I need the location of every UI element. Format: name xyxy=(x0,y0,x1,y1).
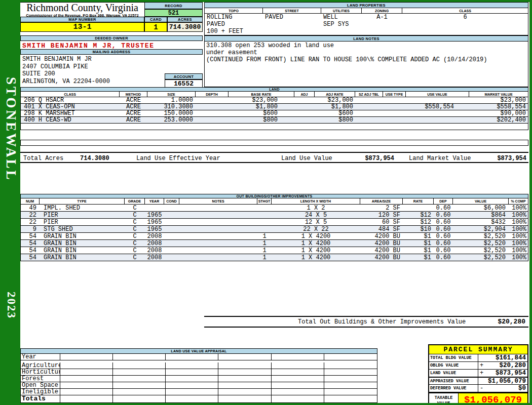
outbuilding-cell xyxy=(179,212,257,218)
land-properties-column-header: ZONING xyxy=(362,8,402,13)
land-note-line: (CONTINUED FROM FRONT) LINE RAN TO HOUSE… xyxy=(206,56,526,63)
outbuilding-cell: 1965 xyxy=(145,226,164,232)
outbuilding-cell: 100% xyxy=(509,205,528,211)
land-table-rows: 206 Q HSACRACRE1.0000$23,000$23,000$23,0… xyxy=(20,97,528,130)
land-cell xyxy=(355,110,383,116)
appraisal-empty-cell xyxy=(324,362,377,369)
outbuilding-cell: 22 xyxy=(21,219,40,225)
parcel-summary-value: $1,056,079 xyxy=(488,378,526,385)
appraisal-row: Ineligible xyxy=(21,389,377,395)
appraisal-empty-cell xyxy=(272,382,324,388)
land-notes-text: 310.308 open 253 wooded in land useunder… xyxy=(205,42,528,64)
outbuilding-cell: $1 xyxy=(403,247,434,254)
outbuilding-cell: C xyxy=(125,240,145,247)
outbuilding-cell: 4200 BU xyxy=(360,254,403,261)
parcel-summary-value-cell: $1,056,079 xyxy=(478,378,527,385)
outbuilding-cell: C xyxy=(125,205,145,211)
parcel-summary-row: LAND VALUE+$873,954 xyxy=(429,370,527,377)
outbuilding-cell: 1 xyxy=(257,247,272,254)
appraisal-empty-cell xyxy=(113,376,166,382)
appraisal-empty-cell xyxy=(218,362,271,369)
appraisal-empty-cell xyxy=(324,376,377,382)
appraisal-empty-cell xyxy=(113,382,166,388)
outbuilding-cell xyxy=(164,233,179,239)
outbuilding-cell: 49 xyxy=(21,205,40,211)
parcel-summary-value-cell: $161,844 xyxy=(478,354,527,361)
outbuilding-cell xyxy=(179,247,257,254)
mailing-address-line: SUITE 200 xyxy=(22,70,164,78)
appraisal-empty-cell xyxy=(60,395,113,402)
land-properties-value-column: WELLSEP SYS xyxy=(321,14,362,35)
land-use-appraisal-title: LAND USE VALUE APPRAISAL xyxy=(21,349,377,354)
outbuilding-cell xyxy=(257,219,272,225)
outbuilding-cell: 54 xyxy=(21,247,40,254)
outbuilding-cell: 0.60 xyxy=(434,205,453,211)
land-cell xyxy=(196,97,229,103)
land-cell xyxy=(383,117,406,123)
parcel-summary-row-label: OBLDG VALUE xyxy=(429,362,478,369)
outbuilding-column-header: YEAR xyxy=(145,198,164,204)
appraisal-empty-cell xyxy=(218,354,271,360)
outbuilding-cell: 0.60 xyxy=(434,212,453,218)
land-row xyxy=(21,124,528,130)
outbuilding-column-header: AREA/SIZE xyxy=(360,198,403,204)
outbuilding-cell: 100% xyxy=(509,254,528,261)
land-cell xyxy=(355,97,383,103)
parcel-summary-row: APPRAISED VALUE$1,056,079 xyxy=(429,377,527,385)
land-properties-value: A-1 xyxy=(362,14,402,21)
land-cell xyxy=(406,97,469,103)
outbuilding-cell: 100% xyxy=(509,233,528,239)
land-cell xyxy=(21,124,120,130)
land-properties-column-header: CLASS xyxy=(402,8,528,13)
land-cell: $800 xyxy=(315,117,355,123)
land-column-header: BASE RATE xyxy=(229,92,294,97)
map-number-value: 13-1 xyxy=(20,22,144,32)
appraisal-empty-cell xyxy=(166,382,218,388)
outbuilding-cell xyxy=(179,226,257,232)
outbuilding-cell xyxy=(179,240,257,247)
outbuilding-cell: 22 xyxy=(21,212,40,218)
land-note-line: 310.308 open 253 wooded in land use xyxy=(206,42,526,49)
outbuilding-cell: PIER xyxy=(40,212,125,218)
land-cell xyxy=(383,124,406,130)
appraisal-empty-cell xyxy=(60,354,113,360)
land-column-header: ADJ xyxy=(294,92,315,97)
land-table-title: LAND xyxy=(20,87,528,92)
outbuilding-cell xyxy=(164,226,179,232)
outbuilding-cell: 100% xyxy=(509,219,528,225)
account-header: ACCOUNT xyxy=(165,73,203,79)
outbuilding-cell: $2,520 xyxy=(453,254,509,261)
land-notes-title: LAND NOTES xyxy=(205,36,528,42)
mailing-address-line: 2407 COLUMBIA PIKE xyxy=(22,63,164,71)
land-cell: $600 xyxy=(315,110,355,116)
appraisal-empty-cell xyxy=(272,389,324,395)
outbuilding-cell: 12 X 5 xyxy=(272,219,360,225)
land-market-value: $873,954 xyxy=(497,155,526,162)
outbuilding-cell: 1965 xyxy=(145,219,164,225)
land-column-header: ADJ RATE xyxy=(315,92,355,97)
appraisal-empty-cell xyxy=(324,389,377,395)
appraisal-empty-cell xyxy=(272,362,324,369)
outbuilding-column-header: LENGTH X WIDTH xyxy=(272,198,360,204)
land-cell: ACRE xyxy=(120,117,147,123)
outbuilding-cell: 0.60 xyxy=(434,247,453,254)
outbuilding-cell: C xyxy=(125,219,145,225)
appraisal-empty-cell xyxy=(324,382,377,388)
outbuilding-cell: 2008 xyxy=(145,254,164,261)
outbuilding-cell: $2,520 xyxy=(453,233,509,239)
land-note-line: under easement xyxy=(206,49,526,56)
record-header: RECORD xyxy=(144,2,203,9)
land-cell xyxy=(406,117,469,123)
land-cell: 206 Q HSACR xyxy=(21,97,120,103)
land-cell: 1.0000 xyxy=(147,97,196,103)
land-cell: $23,000 xyxy=(315,97,355,103)
land-properties-section: LAND PROPERTIES TOPOSTREETUTILITIESZONIN… xyxy=(204,2,528,35)
appraisal-empty-cell xyxy=(272,395,324,402)
land-table-header-row: CLASSMETHODSIZEDEPTHBASE RATEADJADJ RATE… xyxy=(21,92,528,97)
appraisal-empty-cell xyxy=(166,389,218,395)
outbuilding-cell: 24 X 5 xyxy=(272,212,360,218)
appraisal-row: Open Space xyxy=(21,382,377,389)
outbuilding-column-header: DEP xyxy=(434,198,453,204)
appraisal-row-label: Forest xyxy=(21,376,60,382)
outbuilding-cell: 2008 xyxy=(145,247,164,254)
